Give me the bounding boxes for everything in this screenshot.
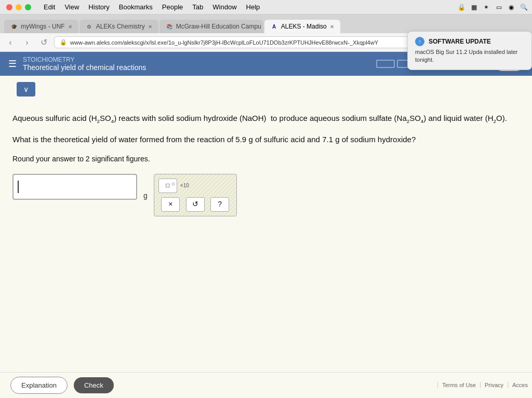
software-update-icon: ↑ xyxy=(415,37,424,46)
exponent-button[interactable]: □□ xyxy=(158,179,177,193)
search-icon[interactable]: 🔍 xyxy=(520,3,528,11)
clear-button[interactable]: × xyxy=(161,197,180,212)
menu-bookmarks[interactable]: Bookmarks xyxy=(119,3,153,11)
wifi-icon: ◉ xyxy=(507,3,515,11)
tab-label-mcgraw: McGraw-Hill Education Campu xyxy=(176,23,261,30)
tab-favicon-mywings: 🎓 xyxy=(10,23,18,30)
access-link[interactable]: Acces xyxy=(508,382,532,388)
tab-mcgraw[interactable]: 📚 McGraw-Hill Education Campu ✕ xyxy=(159,20,263,33)
chevron-down-icon: ∨ xyxy=(23,85,29,93)
tab-label-aleks-chem: ALEKs Chemistry xyxy=(96,23,145,30)
page-title: Theoretical yield of chemical reactions xyxy=(23,63,146,72)
tab-favicon-aleks-active: A xyxy=(271,23,278,30)
tab-favicon-aleks-chem: ⚙ xyxy=(86,23,93,30)
footer-links: Terms of Use Privacy Acces xyxy=(437,372,532,398)
tool-palette-top: □□ ×10 xyxy=(158,179,232,193)
privacy-link[interactable]: Privacy xyxy=(480,382,508,388)
tab-bar: 🎓 myWings - UNF ✕ ⚙ ALEKs Chemistry ✕ 📚 … xyxy=(0,15,532,33)
url-text: www-awn.aleks.com/alekscgi/x/lsl.exe/1o_… xyxy=(70,39,378,46)
undo-button[interactable]: ↺ xyxy=(186,197,205,212)
refresh-button[interactable]: ↺ xyxy=(37,36,50,49)
terms-link[interactable]: Terms of Use xyxy=(437,382,480,388)
title-bar-controls: 🔒 ▦ ✴ ▭ ◉ 🔍 xyxy=(457,3,528,11)
text-cursor xyxy=(18,181,19,193)
tab-aleks-active[interactable]: A ALEKS - Madiso ✕ xyxy=(264,20,340,33)
menu-edit[interactable]: Edit xyxy=(44,3,55,11)
answer-input-box[interactable] xyxy=(12,174,137,200)
software-update-body: macOS Big Sur 11.2 Upda installed later … xyxy=(415,48,524,64)
question-area: Aqueous sulfuric acid (H2SO4) reacts wit… xyxy=(0,103,532,225)
tab-aleks-chem[interactable]: ⚙ ALEKs Chemistry ✕ xyxy=(79,20,158,33)
tab-label-mywings: myWings - UNF xyxy=(21,23,65,30)
menu-history[interactable]: History xyxy=(88,3,109,11)
menu-tab[interactable]: Tab xyxy=(192,3,203,11)
question-instructions: Round your answer to 2 significant figur… xyxy=(12,153,520,166)
collapse-button[interactable]: ∨ xyxy=(17,82,35,97)
explanation-button[interactable]: Explanation xyxy=(10,377,68,394)
x10-label: ×10 xyxy=(180,181,189,190)
close-button[interactable] xyxy=(6,4,12,10)
tab-label-aleks-active: ALEKS - Madiso xyxy=(281,23,327,30)
tab-close-aleks-active[interactable]: ✕ xyxy=(330,24,334,30)
question-prompt: What is the theoretical yield of water f… xyxy=(12,132,520,146)
software-update-popup: ↑ SOFTWARE UPDATE macOS Big Sur 11.2 Upd… xyxy=(407,31,532,70)
bluetooth-icon: ✴ xyxy=(482,3,490,11)
menu-bar: Edit View History Bookmarks People Tab W… xyxy=(44,3,260,11)
display-icon: ▦ xyxy=(470,3,478,11)
tab-mywings[interactable]: 🎓 myWings - UNF ✕ xyxy=(4,20,78,33)
question-intro: Aqueous sulfuric acid (H2SO4) reacts wit… xyxy=(12,111,520,126)
security-lock-icon: 🔒 xyxy=(60,39,67,46)
maximize-button[interactable] xyxy=(25,4,31,10)
hamburger-button[interactable]: ☰ xyxy=(8,58,17,70)
check-button[interactable]: Check xyxy=(74,377,114,393)
answer-row: g □□ ×10 × ↺ ? xyxy=(12,174,520,216)
tab-favicon-mcgraw: 📚 xyxy=(166,23,173,30)
breadcrumb-section: STOICHIOMETRY Theoretical yield of chemi… xyxy=(23,56,146,72)
menu-people[interactable]: People xyxy=(162,3,183,11)
lock-status-icon: 🔒 xyxy=(457,3,466,11)
bottom-bar: Explanation Check Terms of Use Privacy A… xyxy=(0,372,532,398)
menu-window[interactable]: Window xyxy=(212,3,236,11)
unit-label: g xyxy=(143,189,148,202)
forward-button[interactable]: › xyxy=(21,36,33,49)
software-update-header: ↑ SOFTWARE UPDATE xyxy=(415,37,524,46)
progress-seg-1 xyxy=(376,60,395,68)
title-bar: Edit View History Bookmarks People Tab W… xyxy=(0,0,532,15)
breadcrumb: STOICHIOMETRY xyxy=(23,56,146,63)
back-button[interactable]: ‹ xyxy=(4,36,17,49)
menu-view[interactable]: View xyxy=(64,3,79,11)
minimize-button[interactable] xyxy=(16,4,22,10)
menu-help[interactable]: Help xyxy=(246,3,260,11)
tool-palette: □□ ×10 × ↺ ? xyxy=(154,174,237,216)
tab-close-aleks-chem[interactable]: ✕ xyxy=(148,24,152,30)
battery-icon: ▭ xyxy=(495,3,503,11)
content-area: ☰ STOICHIOMETRY Theoretical yield of che… xyxy=(0,52,532,398)
traffic-lights xyxy=(6,4,31,10)
tool-palette-bottom: × ↺ ? xyxy=(158,197,232,212)
software-update-title: SOFTWARE UPDATE xyxy=(429,38,491,45)
help-button[interactable]: ? xyxy=(210,197,229,212)
tab-close-mywings[interactable]: ✕ xyxy=(68,24,72,30)
